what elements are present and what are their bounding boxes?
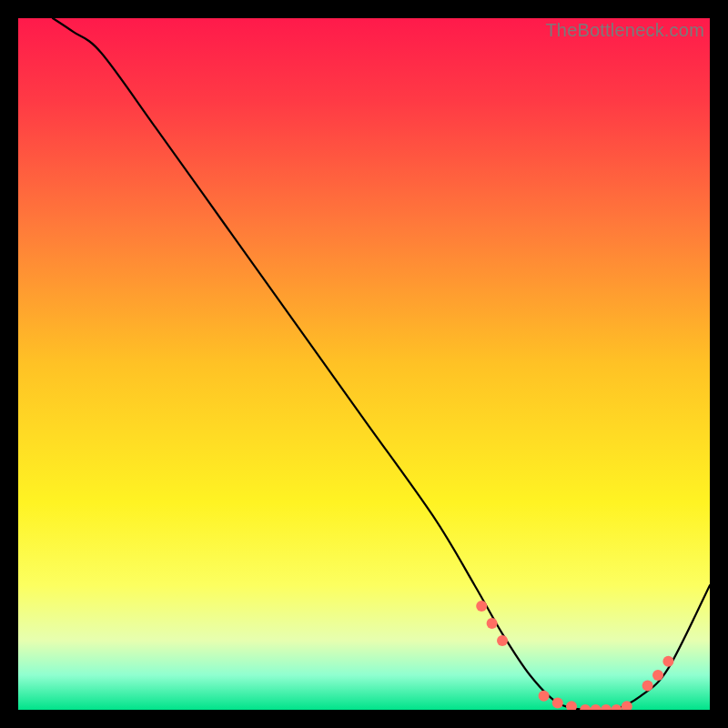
chart-frame: TheBottleneck.com	[18, 18, 710, 710]
highlight-point	[642, 680, 653, 691]
highlight-point	[476, 601, 487, 612]
chart-background	[18, 18, 710, 710]
highlight-point	[497, 635, 508, 646]
highlight-point	[539, 691, 550, 702]
highlight-point	[662, 656, 673, 667]
highlight-point	[552, 697, 563, 708]
highlight-point	[652, 670, 663, 681]
watermark-text: TheBottleneck.com	[545, 20, 704, 41]
highlight-point	[487, 618, 498, 629]
chart-svg	[18, 18, 710, 710]
